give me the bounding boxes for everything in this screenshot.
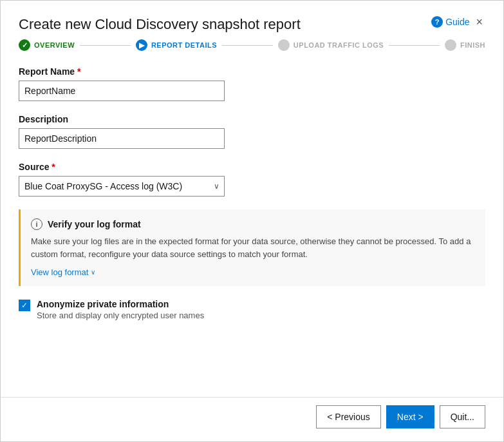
info-box-body: Make sure your log files are in the expe… [31,235,475,260]
anonymize-sublabel: Store and display only encrypted user na… [37,311,204,320]
report-name-group: Report Name * [19,66,485,101]
source-select[interactable]: Blue Coat ProxySG - Access log (W3C) Cis… [19,176,225,197]
checkbox-check-icon: ✓ [21,302,28,309]
step-upload-circle [278,39,290,51]
source-group: Source * Blue Coat ProxySG - Access log … [19,162,485,197]
step-report-details-label: REPORT DETAILS [151,41,217,49]
anonymize-label: Anonymize private information [37,299,204,309]
anonymize-checkbox[interactable]: ✓ [19,300,30,311]
dialog-footer: < Previous Next > Quit... [1,397,503,441]
report-name-label: Report Name * [19,66,485,77]
info-icon: i [31,218,42,230]
stepper: ✓ OVERVIEW ▶ REPORT DETAILS UPLOAD TRAFF… [1,39,503,61]
report-name-required: * [77,66,80,77]
dialog-header: Create new Cloud Discovery snapshot repo… [1,1,503,39]
step-finish: FINISH [445,39,485,51]
step-report-details-circle: ▶ [136,39,147,51]
guide-link[interactable]: ? Guide [431,16,469,28]
anonymize-label-group: Anonymize private information Store and … [37,299,204,320]
step-upload: UPLOAD TRAFFIC LOGS [278,39,384,51]
source-label: Source * [19,162,485,172]
step-finish-circle [445,39,456,51]
header-right: ? Guide × [431,16,485,28]
dialog: Create new Cloud Discovery snapshot repo… [0,0,504,442]
report-name-input[interactable] [19,81,225,101]
close-button[interactable]: × [473,16,485,28]
dialog-title: Create new Cloud Discovery snapshot repo… [19,16,301,33]
step-report-details: ▶ REPORT DETAILS [136,39,217,51]
view-log-chevron-icon: ∨ [91,269,95,276]
step-line-3 [389,45,440,46]
step-overview: ✓ OVERVIEW [19,39,75,51]
step-line-1 [80,45,131,46]
info-box-title: Verify your log format [48,219,141,229]
quit-button[interactable]: Quit... [440,405,485,428]
step-line-2 [222,45,273,46]
guide-label: Guide [445,17,469,27]
anonymize-row: ✓ Anonymize private information Store an… [19,299,485,320]
description-group: Description [19,114,485,149]
step-overview-circle: ✓ [19,39,30,51]
next-button[interactable]: Next > [386,405,434,428]
previous-button[interactable]: < Previous [316,405,381,428]
step-upload-label: UPLOAD TRAFFIC LOGS [294,41,384,49]
step-overview-label: OVERVIEW [34,41,75,49]
source-select-wrapper: Blue Coat ProxySG - Access log (W3C) Cis… [19,176,225,197]
description-label: Description [19,114,485,124]
info-box: i Verify your log format Make sure your … [19,209,485,286]
description-input[interactable] [19,128,225,149]
view-log-format-link[interactable]: View log format ∨ [31,267,95,277]
dialog-body: Report Name * Description Source * Blue … [1,61,503,397]
info-box-header: i Verify your log format [31,218,475,230]
source-required: * [51,162,55,172]
step-finish-label: FINISH [460,41,485,49]
guide-icon: ? [431,16,443,28]
